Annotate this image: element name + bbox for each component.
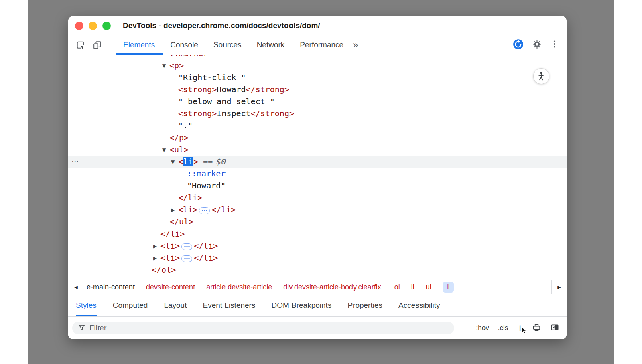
main-toolbar: ElementsConsoleSourcesNetworkPerformance… (68, 35, 567, 55)
styles-tab-accessibility[interactable]: Accessibility (398, 294, 440, 316)
more-options-kebab-icon[interactable] (551, 40, 559, 50)
breadcrumb-scroll-left-button[interactable]: ◀ (68, 280, 84, 294)
expand-arrow-icon[interactable]: ▶ (153, 240, 160, 252)
title-bar[interactable]: DevTools - developer.chrome.com/docs/dev… (68, 16, 567, 35)
dom-tree-node[interactable]: </ol> (68, 264, 567, 276)
expand-arrow-icon[interactable]: ▶ (153, 252, 160, 264)
styles-tab-dom-breakpoints[interactable]: DOM Breakpoints (271, 294, 331, 316)
close-button[interactable] (75, 22, 83, 30)
styles-filter-bar: :hov .cls + (68, 317, 567, 339)
breadcrumb-bar: ◀ e-main-contentdevsite-contentarticle.d… (68, 280, 567, 294)
dom-tree-node[interactable]: <strong>Inspect</strong> (68, 107, 567, 119)
breadcrumb-item[interactable]: li (411, 283, 414, 291)
window-title: DevTools - developer.chrome.com/docs/dev… (123, 21, 320, 30)
dom-tree-node[interactable]: ▼<ul> (68, 144, 567, 156)
screenshot-stage: DevTools - developer.chrome.com/docs/dev… (0, 0, 642, 364)
dom-tree-node[interactable]: ▶<li></li> (68, 204, 567, 216)
styles-toolbar-right: :hov .cls + (476, 323, 559, 334)
toolbar-right (513, 39, 567, 51)
dom-tree-node[interactable]: ▶<li></li> (68, 252, 567, 264)
minimize-button[interactable] (89, 22, 97, 30)
chevron-left-icon: ◀ (74, 285, 77, 290)
dom-tree-node[interactable]: "Howard" (68, 180, 567, 192)
device-toolbar-icon[interactable] (91, 39, 103, 51)
cursor-pointer-icon (522, 326, 527, 334)
more-tabs-icon[interactable]: » (353, 35, 358, 55)
overflow-menu-icon[interactable]: ⋯ (71, 156, 79, 168)
main-tabs: ElementsConsoleSourcesNetworkPerformance (116, 35, 351, 55)
dom-tree-node[interactable]: ::marker (68, 55, 567, 59)
printer-icon[interactable] (532, 323, 541, 334)
tab-performance[interactable]: Performance (292, 35, 351, 55)
filter-funnel-icon (78, 324, 85, 333)
breadcrumb-item[interactable]: div.devsite-article-body.clearfix. (283, 283, 383, 291)
dom-tree-node[interactable]: ⋯▼<li>==$0 (68, 156, 567, 168)
breadcrumb-item[interactable]: article.devsite-article (206, 283, 272, 291)
new-style-rule-button[interactable]: + (517, 324, 523, 332)
dom-tree-node[interactable]: ▶<li></li> (68, 240, 567, 252)
maximize-button[interactable] (102, 22, 111, 30)
styles-tab-properties[interactable]: Properties (347, 294, 382, 316)
chevron-right-icon: ▶ (557, 285, 561, 290)
tab-network[interactable]: Network (249, 35, 293, 55)
dom-tree-node[interactable]: </li> (68, 192, 567, 204)
inspect-element-icon[interactable] (75, 39, 86, 51)
collapse-arrow-icon[interactable]: ▼ (171, 156, 178, 168)
dom-tree-node[interactable]: "." (68, 119, 567, 131)
settings-gear-icon[interactable] (532, 39, 542, 51)
dom-tree-node[interactable]: <strong>Howard</strong> (68, 83, 567, 95)
breadcrumb-item[interactable]: e-main-content (87, 283, 135, 291)
styles-tab-layout[interactable]: Layout (164, 294, 187, 316)
breadcrumb-item[interactable]: ol (394, 283, 400, 291)
tab-sources[interactable]: Sources (206, 35, 249, 55)
styles-filter-input[interactable] (89, 324, 449, 332)
dom-tree-node[interactable]: " below and select " (68, 95, 567, 107)
expand-inline-button[interactable] (199, 207, 210, 214)
dom-tree-node[interactable]: "Right-click " (68, 71, 567, 83)
styles-tab-event-listeners[interactable]: Event Listeners (203, 294, 255, 316)
styles-tab-styles[interactable]: Styles (76, 294, 97, 316)
expand-arrow-icon[interactable]: ▶ (171, 204, 178, 216)
dom-tree-node[interactable]: </li> (68, 228, 567, 240)
devtools-window: DevTools - developer.chrome.com/docs/dev… (68, 16, 567, 339)
styles-panel-tabs: StylesComputedLayoutEvent ListenersDOM B… (68, 294, 567, 317)
collapse-arrow-icon[interactable]: ▼ (162, 60, 169, 72)
toggle-element-state-button[interactable]: :hov (476, 324, 489, 332)
dom-tree-node[interactable]: ::marker (68, 168, 567, 180)
tab-elements[interactable]: Elements (116, 35, 163, 55)
extension-icon[interactable] (513, 39, 524, 51)
breadcrumb: e-main-contentdevsite-contentarticle.dev… (84, 282, 551, 293)
tab-console[interactable]: Console (163, 35, 206, 55)
expand-inline-button[interactable] (181, 243, 192, 250)
expand-inline-button[interactable] (181, 255, 192, 262)
breadcrumb-scroll-right-button[interactable]: ▶ (551, 280, 567, 294)
dom-tree: ::marker▼<p>"Right-click "<strong>Howard… (68, 55, 567, 280)
collapse-arrow-icon[interactable]: ▼ (162, 144, 169, 156)
styles-tab-computed[interactable]: Computed (113, 294, 148, 316)
dom-tree-node[interactable]: </ul> (68, 216, 567, 228)
element-classes-button[interactable]: .cls (498, 324, 508, 332)
dom-tree-node[interactable]: ▼<p> (68, 59, 567, 71)
toggle-sidebar-icon[interactable] (550, 323, 559, 334)
styles-filter-field[interactable] (72, 322, 454, 334)
breadcrumb-item[interactable]: ul (426, 283, 431, 291)
breadcrumb-item[interactable]: li (443, 282, 454, 293)
breadcrumb-item[interactable]: devsite-content (146, 283, 195, 291)
dom-tree-node[interactable]: </p> (68, 131, 567, 144)
